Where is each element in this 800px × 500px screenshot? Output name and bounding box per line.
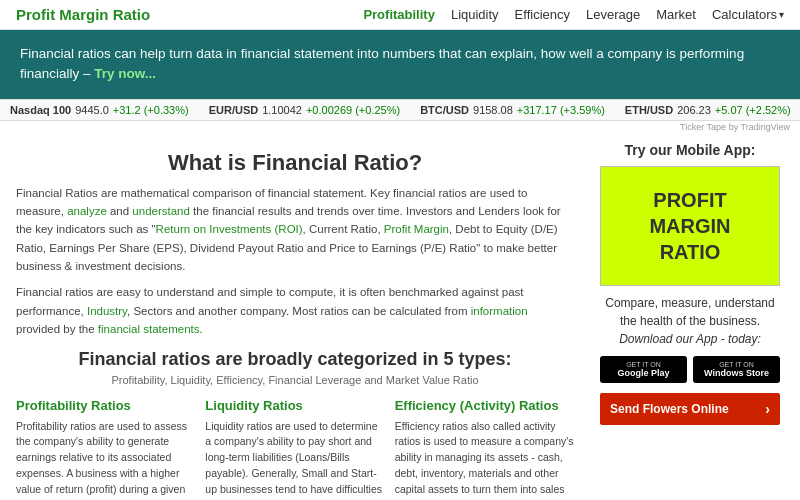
- arrow-right-icon: ›: [765, 401, 770, 417]
- article-link-information[interactable]: information: [471, 305, 528, 317]
- ticker-value-ethusd: 206.23: [677, 104, 711, 116]
- send-flowers-button[interactable]: Send Flowers Online ›: [600, 393, 780, 425]
- app-logo-line2: MARGIN: [611, 213, 769, 239]
- ticker-change-eurusd: +0.00269 (+0.25%): [306, 104, 400, 116]
- category-efficiency: Efficiency (Activity) Ratios Efficiency …: [395, 398, 574, 500]
- sidebar-desc-3: Download our App - today:: [600, 330, 780, 348]
- article-link-financial-statements[interactable]: financial statements: [98, 323, 200, 335]
- category-profitability: Profitability Ratios Profitability ratio…: [16, 398, 195, 500]
- category-efficiency-body: Efficiency ratios also called activity r…: [395, 419, 574, 500]
- article-text-9: .: [199, 323, 202, 335]
- nav-leverage[interactable]: Leverage: [586, 7, 640, 22]
- nav-profitability[interactable]: Profitability: [363, 7, 435, 22]
- article-link-understand[interactable]: understand: [132, 205, 190, 217]
- category-profitability-body: Profitability ratios are used to assess …: [16, 419, 195, 500]
- send-flowers-label: Send Flowers Online: [610, 402, 729, 416]
- header: Profit Margin Ratio Profitability Liquid…: [0, 0, 800, 30]
- ticker-inner: Nasdaq 100 9445.0 +31.2 (+0.33%) EUR/USD…: [0, 104, 800, 116]
- article-link-roi[interactable]: Return on Investments (ROI): [156, 223, 303, 235]
- nav-market[interactable]: Market: [656, 7, 696, 22]
- sidebar-desc-2: the health of the business.: [600, 312, 780, 330]
- ticker-name-eurusd: EUR/USD: [209, 104, 259, 116]
- windows-store-button[interactable]: GET IT ON Windows Store: [693, 356, 780, 383]
- google-play-top: GET IT ON: [604, 361, 683, 368]
- site-logo[interactable]: Profit Margin Ratio: [16, 6, 150, 23]
- ticker-value-nasdaq: 9445.0: [75, 104, 109, 116]
- article-body-1: Financial Ratios are mathematical compar…: [16, 184, 574, 276]
- google-play-button[interactable]: GET IT ON Google Play: [600, 356, 687, 383]
- ticker-change-btcusd: +317.17 (+3.59%): [517, 104, 605, 116]
- banner-cta[interactable]: Try now...: [94, 66, 156, 81]
- article-link-profit-margin[interactable]: Profit Margin: [384, 223, 449, 235]
- windows-store-name: Windows Store: [697, 368, 776, 378]
- article-title: What is Financial Ratio?: [16, 150, 574, 176]
- category-liquidity: Liquidity Ratios Liquidity ratios are us…: [205, 398, 384, 500]
- sidebar-desc-1: Compare, measure, understand: [600, 294, 780, 312]
- ticker-tape: Nasdaq 100 9445.0 +31.2 (+0.33%) EUR/USD…: [0, 99, 800, 121]
- sidebar-desc: Compare, measure, understand the health …: [600, 294, 780, 348]
- nav-calculators-link[interactable]: Calculators: [712, 7, 777, 22]
- categories-sub: Profitability, Liquidity, Efficiency, Fi…: [16, 374, 574, 386]
- banner: Financial ratios can help turn data in f…: [0, 30, 800, 99]
- category-profitability-title: Profitability Ratios: [16, 398, 195, 413]
- main-nav: Profitability Liquidity Efficiency Lever…: [363, 7, 784, 22]
- ticker-item-ethusd: ETH/USD 206.23 +5.07 (+2.52%): [625, 104, 791, 116]
- app-logo: PROFIT MARGIN RATIO: [600, 166, 780, 286]
- ticker-attribution: Ticker Tape by TradingView: [0, 121, 800, 132]
- ticker-value-btcusd: 9158.08: [473, 104, 513, 116]
- sidebar: Try our Mobile App: PROFIT MARGIN RATIO …: [590, 132, 790, 501]
- ticker-change-ethusd: +5.07 (+2.52%): [715, 104, 791, 116]
- article-text-8: provided by the: [16, 323, 98, 335]
- ticker-name-btcusd: BTC/USD: [420, 104, 469, 116]
- google-play-name: Google Play: [604, 368, 683, 378]
- nav-calculators-dropdown[interactable]: Calculators ▾: [712, 7, 784, 22]
- article-body-2: Financial ratios are easy to understand …: [16, 283, 574, 338]
- nav-liquidity[interactable]: Liquidity: [451, 7, 499, 22]
- content-area: What is Financial Ratio? Financial Ratio…: [0, 132, 590, 501]
- app-logo-line3: RATIO: [611, 239, 769, 265]
- category-liquidity-title: Liquidity Ratios: [205, 398, 384, 413]
- article-link-industry[interactable]: Industry: [87, 305, 127, 317]
- windows-store-top: GET IT ON: [697, 361, 776, 368]
- ticker-item-btcusd: BTC/USD 9158.08 +317.17 (+3.59%): [420, 104, 605, 116]
- ticker-name-ethusd: ETH/USD: [625, 104, 673, 116]
- ticker-name-nasdaq: Nasdaq 100: [10, 104, 71, 116]
- main-container: What is Financial Ratio? Financial Ratio…: [0, 132, 800, 501]
- nav-efficiency[interactable]: Efficiency: [515, 7, 570, 22]
- category-efficiency-title: Efficiency (Activity) Ratios: [395, 398, 574, 413]
- app-logo-line1: PROFIT: [611, 187, 769, 213]
- ticker-item-eurusd: EUR/USD 1.10042 +0.00269 (+0.25%): [209, 104, 400, 116]
- ticker-value-eurusd: 1.10042: [262, 104, 302, 116]
- article-text-7: , Sectors and another company. Most rati…: [127, 305, 471, 317]
- category-liquidity-body: Liquidity ratios are used to determine a…: [205, 419, 384, 500]
- ticker-item-nasdaq: Nasdaq 100 9445.0 +31.2 (+0.33%): [10, 104, 189, 116]
- sidebar-title: Try our Mobile App:: [600, 142, 780, 158]
- article-link-analyze[interactable]: analyze: [67, 205, 107, 217]
- store-buttons: GET IT ON Google Play GET IT ON Windows …: [600, 356, 780, 383]
- ticker-change-nasdaq: +31.2 (+0.33%): [113, 104, 189, 116]
- categories-grid: Profitability Ratios Profitability ratio…: [16, 398, 574, 500]
- article-text-2: and: [107, 205, 133, 217]
- chevron-down-icon: ▾: [779, 9, 784, 20]
- categories-title: Financial ratios are broadly categorized…: [16, 349, 574, 370]
- article-text-4: , Current Ratio,: [303, 223, 384, 235]
